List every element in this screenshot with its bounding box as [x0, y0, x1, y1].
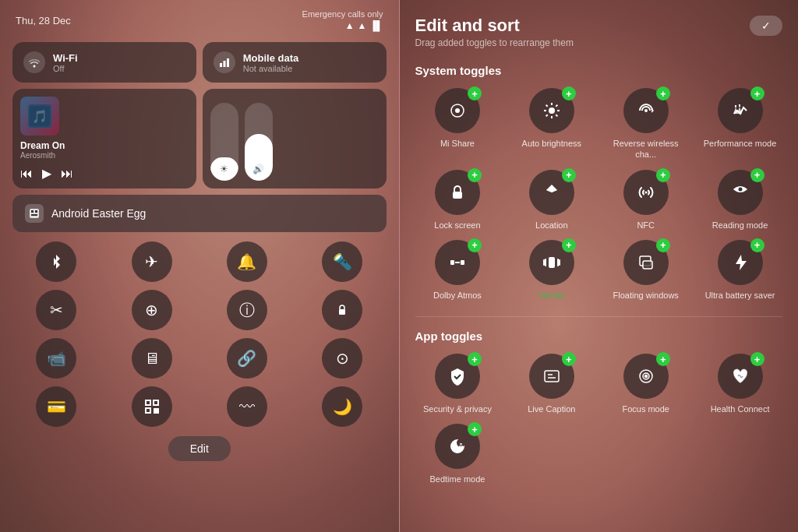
easter-text: Android Easter Egg [51, 207, 146, 220]
app-section-title: App toggles [415, 329, 783, 343]
svg-rect-7 [30, 209, 39, 218]
flashlight-circle: 🔦 [322, 241, 362, 282]
toggle-grid: ✈ 🔔 🔦 ✂ ⊕ ⓘ [0, 241, 399, 436]
focus-mode-label: Focus mode [622, 403, 669, 414]
video-circle: 📹 [36, 338, 76, 379]
svg-rect-10 [31, 214, 37, 216]
svg-line-27 [556, 115, 557, 116]
wifi-button[interactable]: Wi-Fi Off [12, 42, 196, 83]
nfc-add: + [656, 168, 670, 182]
check-button[interactable]: ✓ [750, 16, 782, 36]
reading-mode-add: + [750, 168, 764, 182]
vibrate-add: + [562, 238, 576, 252]
auto-brightness-tile[interactable]: + Auto brightness [509, 88, 594, 160]
svg-rect-16 [157, 409, 158, 410]
moon-toggle[interactable]: 🌙 [298, 386, 386, 427]
dolby-tile[interactable]: + Dolby Atmos [415, 240, 500, 301]
wifi-info: Wi-Fi Off [53, 52, 78, 73]
focus-mode-circle: + [623, 354, 669, 399]
performance-tile[interactable]: + Performance mode [697, 88, 782, 160]
nfc-tile[interactable]: + NFC [603, 170, 688, 231]
security-privacy-tile[interactable]: + Security & privacy [415, 354, 500, 414]
lock-rotate-circle [322, 290, 362, 330]
svg-rect-9 [35, 210, 37, 213]
vibrate-tile[interactable]: + Vibrate [509, 240, 594, 301]
edit-button[interactable]: Edit [168, 436, 231, 461]
auto-brightness-label: Auto brightness [522, 138, 581, 149]
lock-screen-tile[interactable]: + Lock screen [415, 170, 500, 231]
media-controls: ⏮ ▶ ⏭ [20, 166, 189, 181]
svg-rect-11 [339, 309, 345, 315]
info-toggle[interactable]: ⓘ [203, 290, 291, 330]
check-icon: ✓ [761, 19, 771, 32]
card-toggle[interactable]: 💳 [12, 386, 100, 427]
floating-windows-circle: + [623, 240, 669, 285]
svg-point-21 [549, 107, 555, 114]
svg-point-20 [455, 108, 460, 113]
edit-sort-title: Edit and sort [415, 16, 574, 36]
ultra-battery-tile[interactable]: + Ultra battery saver [697, 240, 782, 301]
svg-rect-1 [223, 61, 225, 67]
mobile-conn-icon [214, 51, 235, 73]
dot-circle: ⊙ [322, 338, 362, 379]
location-label: Location [535, 220, 568, 231]
bell-toggle[interactable]: 🔔 [203, 241, 291, 282]
scissors-toggle[interactable]: ✂ [12, 290, 100, 330]
svg-rect-17 [154, 411, 156, 413]
health-connect-tile[interactable]: + Health Connect [697, 354, 782, 414]
flashlight-toggle[interactable]: 🔦 [298, 241, 386, 282]
scan-toggle[interactable] [108, 386, 195, 427]
location-circle: + [529, 170, 574, 215]
emergency-text: Emergency calls only [302, 9, 383, 19]
vibrate-label: Vibrate [538, 290, 565, 301]
edit-sort-header: Edit and sort Drag added toggles to rear… [415, 16, 783, 48]
play-button[interactable]: ▶ [42, 166, 51, 181]
scan-circle [132, 386, 172, 427]
next-button[interactable]: ⏭ [61, 167, 73, 181]
battery-icon: ▐▌ [369, 20, 383, 31]
lock-rotate-toggle[interactable] [298, 290, 386, 330]
left-panel: Thu, 28 Dec Emergency calls only ▲ ▲ ▐▌ [0, 0, 400, 532]
reverse-wireless-tile[interactable]: + Reverse wireless cha... [603, 88, 688, 160]
artist-name: Aerosmith [20, 151, 189, 160]
bedtime-mode-tile[interactable]: + Bedtime mode [415, 424, 500, 484]
nfc-label: NFC [637, 220, 655, 231]
volume-slider[interactable]: 🔊 [245, 103, 273, 181]
media-card: 🎵 Dream On Aerosmith ⏮ ▶ ⏭ [12, 89, 196, 188]
focus-mode-tile[interactable]: + Focus mode [603, 354, 688, 414]
mi-share-label: Mi Share [440, 138, 475, 149]
reading-mode-circle: + [718, 170, 763, 215]
dolby-circle: + [435, 240, 480, 285]
mi-share-tile[interactable]: + Mi Share [415, 88, 500, 160]
floating-windows-tile[interactable]: + Floating windows [603, 240, 688, 301]
prev-button[interactable]: ⏮ [20, 167, 33, 181]
live-caption-tile[interactable]: + Live Caption [509, 354, 594, 414]
brightness-icon: ☀ [220, 164, 228, 174]
status-icons: ▲ ▲ ▐▌ [345, 20, 383, 31]
svg-line-26 [546, 105, 547, 107]
media-row: 🎵 Dream On Aerosmith ⏮ ▶ ⏭ ☀ 🔊 [0, 89, 399, 195]
screen-circle: 🖥 [132, 338, 172, 379]
connectivity-row: Wi-Fi Off Mobile data Not available [0, 36, 399, 89]
svg-point-37 [738, 187, 742, 191]
medical-toggle[interactable]: ⊕ [108, 290, 195, 330]
airplane-toggle[interactable]: ✈ [108, 241, 195, 282]
dot-toggle[interactable]: ⊙ [298, 338, 386, 379]
link-toggle[interactable]: 🔗 [203, 338, 291, 379]
card-circle: 💳 [36, 386, 76, 427]
svg-rect-35 [453, 192, 462, 199]
mobile-data-button[interactable]: Mobile data Not available [203, 42, 387, 83]
reading-mode-tile[interactable]: + Reading mode [697, 170, 782, 231]
waves-toggle[interactable]: 〰 [203, 386, 291, 427]
svg-rect-13 [154, 400, 158, 405]
svg-text:🎵: 🎵 [32, 109, 48, 124]
screen-toggle[interactable]: 🖥 [108, 338, 195, 379]
bluetooth-toggle[interactable] [12, 241, 100, 282]
brightness-slider[interactable]: ☀ [210, 103, 238, 181]
location-tile[interactable]: + Location [509, 170, 594, 231]
video-toggle[interactable]: 📹 [12, 338, 100, 379]
security-privacy-circle: + [435, 354, 480, 399]
easter-egg-button[interactable]: Android Easter Egg [12, 195, 387, 232]
svg-rect-0 [220, 63, 222, 67]
right-panel-content: Edit and sort Drag added toggles to rear… [400, 0, 799, 516]
